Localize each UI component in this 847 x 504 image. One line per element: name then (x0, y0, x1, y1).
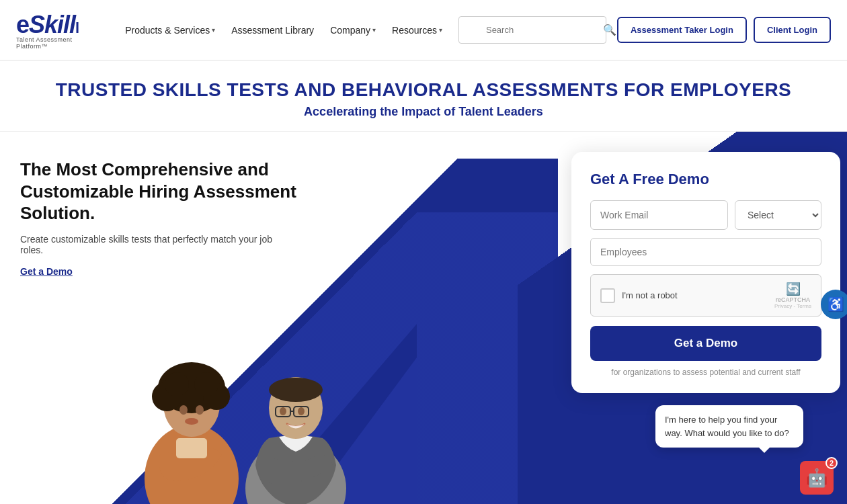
left-side: The Most Comprehensive and Customizable … (0, 132, 558, 504)
hero-title: TRUSTED SKILLS TESTS AND BEHAVIORAL ASSE… (13, 79, 834, 101)
demo-card: Get A Free Demo Select 1-10 11-50 51-200… (571, 152, 840, 393)
nav-links: Products & Services ▾ Assessment Library… (120, 22, 448, 38)
chevron-down-icon-3: ▾ (439, 26, 442, 34)
recaptcha-logo: 🔄 reCAPTCHA Privacy - Terms (774, 282, 811, 309)
client-login-button[interactable]: Client Login (754, 17, 831, 43)
search-button[interactable]: 🔍 (603, 24, 616, 36)
nav-item-products[interactable]: Products & Services ▾ (120, 22, 220, 38)
svg-point-20 (298, 407, 305, 415)
hero-subtitle: Accelerating the Impact of Talent Leader… (13, 105, 834, 119)
chevron-down-icon-2: ▾ (372, 26, 376, 34)
accessibility-icon[interactable]: ♿ (821, 290, 847, 319)
form-footer-note: for organizations to assess potential an… (590, 368, 821, 377)
hero-banner: TRUSTED SKILLS TESTS AND BEHAVIORAL ASSE… (0, 60, 847, 132)
logo-text: eSkilll (16, 11, 98, 39)
select-dropdown[interactable]: Select 1-10 11-50 51-200 201-500 500+ (735, 200, 821, 230)
svg-point-11 (185, 418, 198, 425)
nav-item-resources[interactable]: Resources ▾ (387, 22, 448, 38)
svg-point-9 (179, 405, 188, 415)
search-wrap: 🔍 (458, 16, 606, 44)
get-demo-button[interactable]: Get a Demo (590, 326, 821, 361)
nav-item-company[interactable]: Company ▾ (325, 22, 381, 38)
robot-badge: 2 (825, 457, 838, 469)
form-row-email-select: Select 1-10 11-50 51-200 201-500 500+ (590, 200, 821, 230)
chat-message: I'm here to help you find your way. What… (665, 415, 789, 438)
svg-point-15 (269, 378, 323, 402)
get-a-demo-link[interactable]: Get a Demo (20, 266, 73, 277)
svg-point-8 (194, 372, 218, 396)
people-illustration (67, 223, 417, 504)
recaptcha-checkbox[interactable] (600, 288, 615, 303)
left-heading: The Most Comprehensive and Customizable … (20, 159, 316, 224)
navbar: eSkilll Talent Assessment Platform™ Prod… (0, 0, 847, 60)
demo-form-title: Get A Free Demo (590, 171, 821, 188)
right-side: Get A Free Demo Select 1-10 11-50 51-200… (558, 132, 847, 504)
svg-point-19 (280, 407, 286, 415)
svg-point-10 (196, 405, 204, 415)
assessment-taker-login-button[interactable]: Assessment Taker Login (617, 17, 747, 43)
recaptcha-widget[interactable]: I'm not a robot 🔄 reCAPTCHA Privacy - Te… (590, 274, 821, 317)
chat-robot-container: 🤖 2 (800, 461, 834, 495)
chat-bubble: I'm here to help you find your way. What… (655, 405, 803, 448)
work-email-input[interactable] (590, 200, 728, 230)
logo[interactable]: eSkilll Talent Assessment Platform™ (16, 11, 98, 50)
chevron-down-icon: ▾ (212, 26, 215, 34)
employees-input[interactable] (590, 238, 821, 266)
search-input[interactable] (478, 21, 592, 39)
recaptcha-label: I'm not a robot (622, 290, 678, 300)
svg-rect-12 (176, 438, 207, 458)
logo-subtitle: Talent Assessment Platform™ (16, 36, 98, 50)
svg-point-7 (165, 372, 189, 396)
main-content: The Most Comprehensive and Customizable … (0, 132, 847, 504)
nav-item-assessment-library[interactable]: Assessment Library (226, 22, 319, 38)
